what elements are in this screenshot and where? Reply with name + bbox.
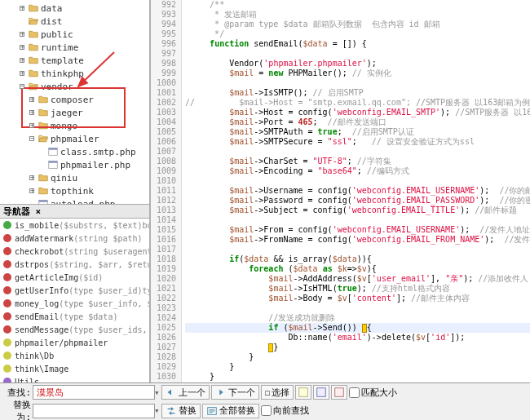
replace-all-button[interactable]: 全部替换 [202, 404, 259, 418]
code-editor[interactable]: 9929939949959969979989991000100110021003… [151, 0, 530, 382]
outline-item[interactable]: dstrpos($string, $arr, $returnvalue) boo… [0, 258, 149, 271]
tree-toggle-icon[interactable] [29, 97, 34, 102]
tree-toggle-icon[interactable] [29, 136, 34, 141]
tree-toggle-icon[interactable] [29, 110, 34, 115]
code-line[interactable]: $mail->Body = $v['content']; //邮件主体内容 [185, 294, 530, 303]
code-line[interactable]: * 发送邮箱 [185, 10, 530, 20]
tree-item[interactable]: qiniu [0, 171, 149, 184]
outline-item[interactable]: money_log(type $user_info, $points, type… [0, 297, 149, 310]
code-line[interactable] [185, 215, 530, 225]
code-line[interactable]: $mail->CharSet = "UTF-8"; //字符集 [185, 157, 530, 166]
code-line[interactable]: $mail->AddAddress($v['user_email'], "亲")… [185, 274, 530, 284]
tree-toggle-icon[interactable] [20, 71, 24, 76]
opt1-icon[interactable] [295, 385, 311, 400]
code-line[interactable]: $mail->IsSMTP(); // 启用SMTP [185, 88, 530, 98]
tree-item[interactable]: mongo [0, 119, 149, 132]
outline-item[interactable]: getUserInfo(type $user_id) type [0, 284, 149, 297]
code-line[interactable]: $mail->Host = config('webconfig.EMAIL_SM… [185, 108, 530, 117]
tree-toggle-icon[interactable] [29, 188, 34, 193]
opt2-icon[interactable] [313, 385, 329, 400]
code-outline[interactable]: is_mobile($substrs, $text) booleanaddWat… [0, 219, 149, 382]
code-line[interactable]: $mail->Subject = config('webconfig.EMAIL… [185, 206, 530, 215]
tree-toggle-icon[interactable] [20, 45, 24, 50]
code-line[interactable]: $mail->Password = config('webconfig.EMAI… [185, 196, 530, 206]
prev-button[interactable]: 上一个 [161, 385, 210, 400]
code-line[interactable]: * @param type $data 邮箱队列数据 包含内容 id 邮箱 [185, 20, 530, 29]
outline-item[interactable]: getArticleImg($id) [0, 271, 149, 284]
code-line[interactable]: } [185, 343, 530, 352]
code-line[interactable]: } [185, 362, 530, 372]
code-line[interactable]: //发送成功就删除 [185, 313, 530, 323]
code-line[interactable]: function sendEmail($data = []) { [185, 39, 530, 49]
navigator-header[interactable]: 导航器 × [0, 204, 149, 219]
tree-item[interactable]: phpmailer [0, 132, 149, 145]
code-line[interactable]: // $mail->Host = "smtp.exmail.qq.com"; /… [185, 98, 530, 108]
code-line[interactable]: $mail->SMTPSecure = "ssl"; // 设置安全验证方式为s… [185, 137, 530, 147]
code-line[interactable]: $mail->SMTPAuth = true; //启用SMTP认证 [185, 127, 530, 137]
code-line[interactable] [185, 147, 530, 157]
tree-item[interactable]: composer [0, 93, 149, 106]
code-line[interactable]: if ($mail->Send()) { [185, 323, 530, 333]
tree-item[interactable]: dist [0, 15, 149, 28]
tree-toggle-icon[interactable] [20, 58, 24, 63]
tree-item[interactable]: vendor [0, 80, 149, 93]
replace-input[interactable] [33, 404, 155, 418]
outline-item[interactable]: checkrobot(string $useragent) boolean [0, 245, 149, 258]
backward-check[interactable]: 向前查找 [261, 405, 309, 417]
case-check[interactable]: 匹配大小 [349, 387, 397, 399]
tree-toggle-icon[interactable] [20, 32, 24, 37]
outline-item[interactable]: think\Db [0, 349, 149, 362]
code-line[interactable]: /** [185, 0, 530, 10]
code-line[interactable] [185, 78, 530, 88]
tree-toggle-icon[interactable] [29, 175, 34, 180]
code-line[interactable]: $mail->From = config('webconfig.EMAIL_US… [185, 225, 530, 235]
code-line[interactable]: Db::name('email')->delete($v['id']); [185, 333, 530, 343]
code-line[interactable]: Vendor('phpmailer.phpmailer'); [185, 59, 530, 69]
tree-item[interactable]: topthink [0, 184, 149, 197]
outline-item[interactable]: is_mobile($substrs, $text) boolean [0, 219, 149, 232]
tree-item[interactable]: autoload.php [0, 197, 149, 204]
code-line[interactable]: $mail->IsHTML(true); //支持html格式内容 [185, 284, 530, 294]
tree-item[interactable]: thinkphp [0, 67, 149, 80]
find-input[interactable] [33, 385, 155, 400]
code-line[interactable] [185, 49, 530, 59]
code-line[interactable]: if($data && is_array($data)){ [185, 254, 530, 264]
code-line[interactable]: */ [185, 29, 530, 39]
next-button[interactable]: 下一个 [211, 385, 259, 400]
dropdown-icon[interactable]: ▾ [154, 387, 160, 398]
tree-item[interactable]: runtime [0, 41, 149, 54]
member-return: boolean [143, 221, 149, 230]
dropdown-icon[interactable]: ▾ [154, 405, 160, 416]
code-line[interactable]: $mail->FromName = config('webconfig.EMAI… [185, 235, 530, 245]
outline-item[interactable]: sendMessage(type $user_ids, type $conten… [0, 323, 149, 336]
code-line[interactable] [185, 176, 530, 186]
code-line[interactable] [185, 303, 530, 313]
file-tree[interactable]: datadistpublicruntimetemplatethinkphpven… [0, 0, 149, 204]
code-line[interactable]: } [185, 372, 530, 382]
code-line[interactable]: $mail = new PHPMailer(); // 实例化 [185, 69, 530, 78]
code-line[interactable] [185, 245, 530, 254]
replace-button[interactable]: 替换 [161, 404, 201, 418]
tree-item[interactable]: template [0, 54, 149, 67]
tree-item[interactable]: data [0, 2, 149, 15]
tree-item[interactable]: public [0, 28, 149, 41]
outline-item[interactable]: think\Image [0, 362, 149, 375]
outline-item[interactable]: phpmailer/phpmailer [0, 336, 149, 349]
code-line[interactable]: $mail->Username = config('webconfig.EMAI… [185, 186, 530, 196]
outline-item[interactable]: Utils [0, 375, 149, 382]
opt3-icon[interactable] [331, 385, 347, 400]
code-line[interactable]: $mail->Encoding = "base64"; //编码方式 [185, 166, 530, 176]
outline-item[interactable]: sendEmail(type $data) [0, 310, 149, 323]
tree-toggle-icon[interactable] [29, 123, 34, 128]
code-line[interactable]: $mail->Port = 465; //邮件发送端口 [185, 117, 530, 127]
code-line[interactable]: } [185, 352, 530, 362]
tree-item[interactable]: class.smtp.php [0, 145, 149, 158]
code-area[interactable]: /** * 发送邮箱 * @param type $data 邮箱队列数据 包含… [182, 0, 530, 382]
select-button[interactable]: ☐ 选择 [261, 385, 294, 400]
outline-item[interactable]: addWatermark(string $path) [0, 232, 149, 245]
tree-item[interactable]: phpmailer.php [0, 158, 149, 171]
tree-item[interactable]: jaeger [0, 106, 149, 119]
code-line[interactable]: foreach ($data as $k=>$v){ [185, 264, 530, 274]
tree-toggle-icon[interactable] [20, 6, 24, 11]
tree-toggle-icon[interactable] [20, 84, 24, 89]
